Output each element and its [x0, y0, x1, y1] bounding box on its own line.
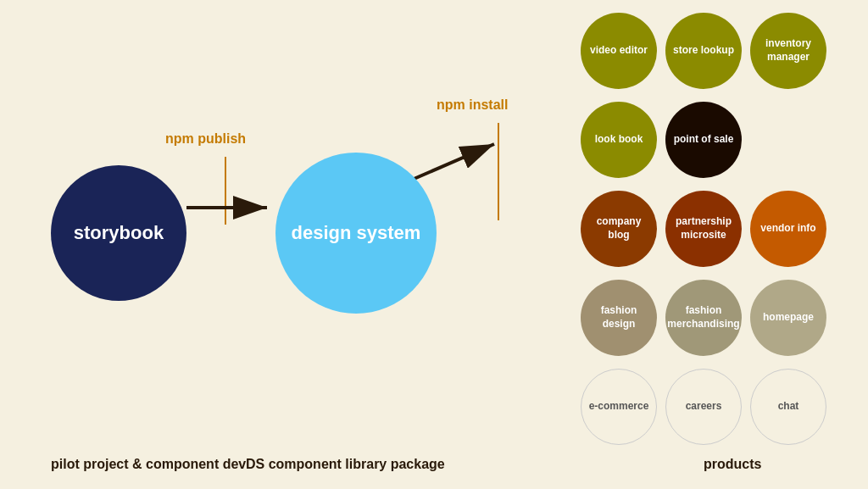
label-products: products — [704, 457, 761, 472]
product-point-of-sale[interactable]: point of sale — [665, 102, 742, 178]
npm-publish-line — [225, 157, 226, 225]
product-careers[interactable]: careers — [665, 369, 742, 445]
product-partnership-microsite[interactable]: partnership microsite — [665, 191, 742, 267]
product-look-book[interactable]: look book — [581, 102, 657, 178]
product-ecommerce[interactable]: e-commerce — [581, 369, 657, 445]
products-grid: video editor store lookup inventory mana… — [581, 13, 831, 453]
label-pilot: pilot project & component dev — [51, 457, 246, 472]
product-vendor-info[interactable]: vendor info — [750, 191, 826, 267]
product-inventory-manager[interactable]: inventory manager — [750, 13, 826, 89]
label-ds: DS component library package — [246, 457, 445, 472]
product-chat[interactable]: chat — [750, 369, 826, 445]
product-homepage[interactable]: homepage — [750, 280, 826, 356]
design-system-circle: design system — [275, 153, 437, 314]
npm-install-line — [498, 123, 499, 220]
product-video-editor[interactable]: video editor — [581, 13, 657, 89]
empty-cell-1 — [750, 102, 826, 178]
product-company-blog[interactable]: company blog — [581, 191, 657, 267]
design-system-label: design system — [292, 222, 421, 244]
product-fashion-merchandising[interactable]: fashion merchandising — [665, 280, 742, 356]
diagram-container: npm publish npm install storybook design… — [0, 0, 868, 489]
product-fashion-design[interactable]: fashion design — [581, 280, 657, 356]
product-store-lookup[interactable]: store lookup — [665, 13, 742, 89]
npm-publish-label: npm publish — [165, 131, 246, 147]
npm-install-label: npm install — [437, 97, 508, 113]
storybook-label: storybook — [74, 222, 164, 244]
storybook-circle: storybook — [51, 165, 186, 301]
